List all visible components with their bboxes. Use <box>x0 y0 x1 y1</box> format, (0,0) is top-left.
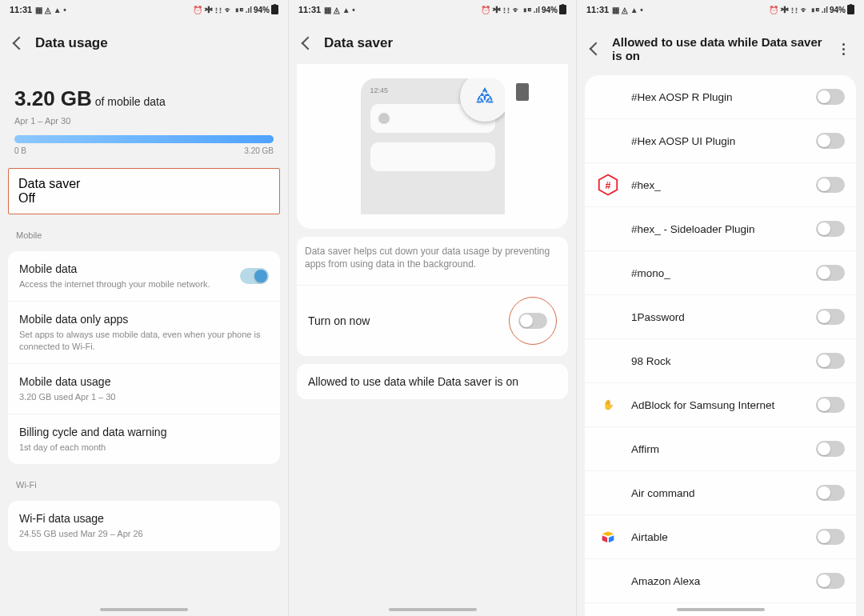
section-wifi: Wi-Fi <box>0 472 288 493</box>
status-battery-pct: 94% <box>542 6 558 14</box>
usage-progress-bar <box>14 135 274 143</box>
app-row[interactable]: #Hex AOSP R Plugin <box>585 75 856 118</box>
app-toggle[interactable] <box>816 265 845 281</box>
app-toggle[interactable] <box>816 573 845 589</box>
app-icon: ◇ <box>596 217 620 241</box>
bar-min: 0 B <box>14 146 26 155</box>
status-bar: 11:31 ▦ ◬ ▲ • ⏰ ✱ ⋮⋮ ᯤ ▮◧ .ıl 94% <box>577 0 864 19</box>
nav-indicator[interactable] <box>677 608 765 611</box>
app-name-label: #hex_ <box>631 179 805 191</box>
battery-icon <box>847 5 854 14</box>
status-right-icons: ⏰ ✱ ⋮⋮ ᯤ ▮◧ .ıl <box>769 6 828 14</box>
app-toggle[interactable] <box>816 353 845 369</box>
svg-marker-2 <box>602 532 614 537</box>
status-time: 11:31 <box>298 5 321 14</box>
app-row[interactable]: ✎Air command <box>585 470 856 514</box>
app-row[interactable]: ✋AdBlock for Samsung Internet <box>585 382 856 426</box>
turn-on-now-row[interactable]: Turn on now <box>297 285 568 356</box>
screen-allowed-apps: 11:31 ▦ ◬ ▲ • ⏰ ✱ ⋮⋮ ᯤ ▮◧ .ıl 94% Allowe… <box>576 0 864 616</box>
status-left-icons: ▦ ◬ ▲ • <box>612 6 643 14</box>
app-icon: # <box>596 173 620 197</box>
wifi-usage-sub: 24.55 GB used Mar 29 – Apr 26 <box>19 528 269 539</box>
back-icon[interactable] <box>302 37 315 50</box>
app-row[interactable]: 98ROCK98 Rock <box>585 338 856 382</box>
page-title: Data saver <box>324 35 562 51</box>
app-name-label: Air command <box>631 487 805 499</box>
app-name-label: #Hex AOSP UI Plugin <box>631 135 805 147</box>
app-toggle[interactable] <box>816 133 845 149</box>
app-row[interactable]: alexaAmazon Alexa <box>585 558 856 602</box>
more-menu-icon[interactable] <box>837 43 850 55</box>
app-toggle[interactable] <box>816 485 845 501</box>
app-row[interactable]: ◇#hex_ - Sideloader Plugin <box>585 206 856 250</box>
svg-marker-3 <box>602 535 607 542</box>
back-icon[interactable] <box>590 42 603 56</box>
app-row[interactable]: #mono_ <box>585 250 856 294</box>
section-mobile: Mobile <box>0 222 288 243</box>
allowed-app-list: #Hex AOSP R Plugin✉#Hex AOSP UI Plugin##… <box>585 75 856 616</box>
screen-data-saver: 11:31 ▦ ◬ ▲ • ⏰ ✱ ⋮⋮ ᯤ ▮◧ .ıl 94% Data s… <box>288 0 576 616</box>
nav-indicator[interactable] <box>389 608 477 611</box>
titlebar: Data saver <box>289 19 576 64</box>
app-icon: 98ROCK <box>596 349 620 373</box>
allowed-apps-label: Allowed to use data while Data saver is … <box>308 375 557 388</box>
app-name-label: 1Password <box>631 311 805 323</box>
wifi-usage-row[interactable]: Wi-Fi data usage 24.55 GB used Mar 29 – … <box>8 501 280 550</box>
status-battery-pct: 94% <box>830 6 846 14</box>
mobile-usage-row[interactable]: Mobile data usage 3.20 GB used Apr 1 – 3… <box>8 363 280 414</box>
status-bar: 11:31 ▦ ◬ ▲ • ⏰ ✱ ⋮⋮ ᯤ ▮◧ .ıl 94% <box>0 0 288 19</box>
app-row[interactable]: ✉#Hex AOSP UI Plugin <box>585 118 856 162</box>
billing-label: Billing cycle and data warning <box>19 426 269 438</box>
app-toggle[interactable] <box>816 397 845 413</box>
mobile-data-row[interactable]: Mobile data Access the internet through … <box>8 251 280 301</box>
mobile-data-toggle[interactable] <box>240 268 269 284</box>
status-time: 11:31 <box>10 5 32 14</box>
status-battery-pct: 94% <box>254 6 270 14</box>
page-title: Data usage <box>35 35 274 51</box>
app-name-label: #Hex AOSP R Plugin <box>631 91 805 103</box>
app-toggle[interactable] <box>816 89 845 105</box>
status-left-icons: ▦ ◬ ▲ • <box>35 6 66 14</box>
app-name-label: Amazon Alexa <box>631 575 805 587</box>
titlebar: Data usage <box>0 19 288 64</box>
data-saver-toggle[interactable] <box>518 313 547 329</box>
app-icon: ✉ <box>596 129 620 153</box>
mobile-data-label: Mobile data <box>19 262 232 275</box>
app-icon: a <box>596 437 620 461</box>
status-left-icons: ▦ ◬ ▲ • <box>324 6 355 14</box>
mobile-only-apps-label: Mobile data only apps <box>19 313 269 326</box>
app-icon <box>596 261 620 285</box>
usage-summary: 3.20 GB of mobile data Apr 1 – Apr 30 0 … <box>0 64 288 160</box>
mobile-only-apps-row[interactable]: Mobile data only apps Set apps to always… <box>8 301 280 363</box>
status-time: 11:31 <box>586 5 609 14</box>
app-name-label: #mono_ <box>631 267 805 279</box>
highlight-circle <box>509 297 557 345</box>
app-icon: ● <box>596 305 620 329</box>
illustration-panel: 12:45 <box>297 64 568 229</box>
data-saver-row[interactable]: Data saver Off <box>8 168 280 214</box>
app-icon <box>596 85 620 109</box>
app-row[interactable]: ##hex_ <box>585 162 856 206</box>
svg-marker-4 <box>609 535 614 542</box>
app-toggle[interactable] <box>816 441 845 457</box>
app-row[interactable]: aAffirm <box>585 426 856 470</box>
app-row[interactable]: Airtable <box>585 514 856 558</box>
billing-cycle-row[interactable]: Billing cycle and data warning 1st day o… <box>8 414 280 464</box>
usage-amount: 3.20 GB <box>14 86 92 110</box>
app-toggle[interactable] <box>816 309 845 325</box>
app-icon: ✋ <box>596 393 620 417</box>
data-saver-description: Data saver helps cut down your data usag… <box>305 245 560 270</box>
app-toggle[interactable] <box>816 177 845 193</box>
allowed-apps-row[interactable]: Allowed to use data while Data saver is … <box>297 364 568 399</box>
status-bar: 11:31 ▦ ◬ ▲ • ⏰ ✱ ⋮⋮ ᯤ ▮◧ .ıl 94% <box>289 0 576 19</box>
app-name-label: Affirm <box>631 443 805 455</box>
app-name-label: Airtable <box>631 531 805 543</box>
back-icon[interactable] <box>13 37 26 50</box>
app-row[interactable]: ●1Password <box>585 294 856 338</box>
app-toggle[interactable] <box>816 529 845 545</box>
app-toggle[interactable] <box>816 221 845 237</box>
nav-indicator[interactable] <box>100 608 188 611</box>
bar-max: 3.20 GB <box>244 146 274 155</box>
mobile-data-sub: Access the internet through your mobile … <box>19 278 232 290</box>
titlebar: Allowed to use data while Data saver is … <box>577 19 864 75</box>
